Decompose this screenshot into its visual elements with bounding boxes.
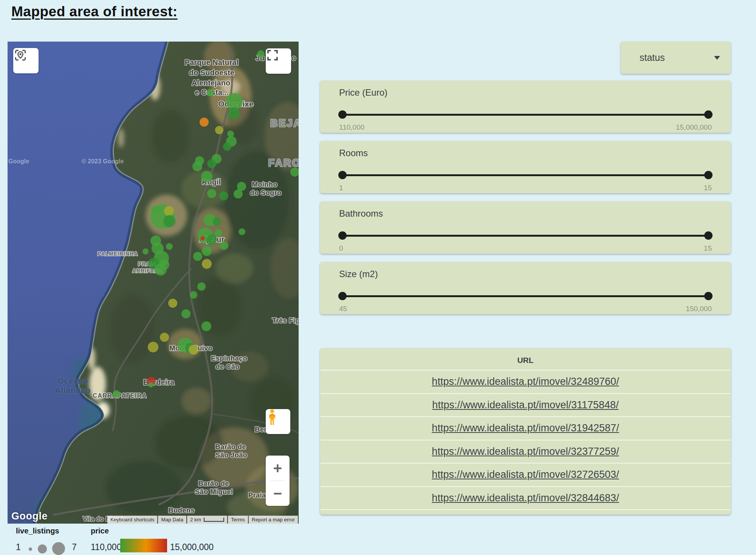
listing-dot[interactable] [207, 159, 216, 168]
listing-dot[interactable] [148, 382, 153, 388]
price-legend-max: 15,000,000 [170, 542, 214, 552]
map-label: Três Figo [272, 316, 299, 324]
slider-handle-min[interactable] [338, 292, 347, 300]
slider-range-labels: 110,000 15,000,000 [339, 123, 712, 132]
slider-handle-max[interactable] [704, 110, 713, 119]
listing-dot[interactable] [201, 171, 212, 182]
listing-dot[interactable] [190, 291, 197, 299]
fullscreen-button[interactable] [266, 48, 291, 74]
listing-link[interactable]: https://www.idealista.pt/imovel/32726503… [432, 469, 619, 481]
listing-dot[interactable] [163, 215, 175, 227]
map-label: São João [215, 451, 247, 459]
map-label: PALMEIRINHA [98, 251, 138, 257]
attribution-item[interactable]: Keyboard shortcuts [107, 516, 157, 524]
listing-dot[interactable] [220, 242, 228, 250]
zoom-out-button[interactable]: − [266, 481, 290, 506]
listing-dot[interactable] [226, 93, 243, 110]
show-location-button[interactable] [13, 48, 39, 73]
slider-max-value: 15 [704, 184, 712, 192]
map-label: Oceano [57, 376, 88, 386]
listing-dot[interactable] [200, 118, 209, 127]
listing-dot[interactable] [168, 299, 177, 308]
listing-dot[interactable] [206, 234, 217, 245]
map-label: Espinhaço [211, 354, 247, 362]
listing-dot[interactable] [192, 161, 202, 171]
attribution-item[interactable]: Terms [228, 516, 248, 524]
listing-dot[interactable] [213, 217, 221, 226]
listing-link[interactable]: https://www.idealista.pt/imovel/32844683… [432, 492, 619, 504]
listing-link[interactable]: https://www.idealista.pt/imovel/32489760… [432, 376, 619, 388]
listing-link[interactable]: https://www.idealista.pt/imovel/32377259… [432, 446, 619, 457]
map-label: Alentejano [192, 79, 230, 87]
slider-label: Rooms [339, 148, 712, 158]
listing-dot[interactable] [219, 191, 228, 200]
pin-in-frame-icon [13, 48, 28, 62]
zoom-in-button[interactable]: + [266, 456, 290, 481]
status-dropdown[interactable]: status [621, 42, 731, 74]
bathrooms-range-slider[interactable] [339, 231, 712, 240]
listing-dot[interactable] [223, 143, 231, 151]
slider-max-value: 150,000 [686, 305, 712, 313]
slider-handle-min[interactable] [338, 110, 347, 119]
listing-dot[interactable] [201, 321, 211, 331]
listing-dot[interactable] [148, 342, 158, 352]
listing-dot[interactable] [234, 189, 243, 198]
listing-dot[interactable] [143, 248, 149, 254]
price-range-slider[interactable] [339, 110, 712, 119]
map-label: © 2023 Google [82, 158, 124, 164]
listing-dot[interactable] [228, 107, 240, 119]
listing-dot[interactable] [239, 228, 245, 235]
listing-dot[interactable] [152, 206, 160, 214]
slider-track [342, 114, 709, 116]
table-row: https://www.idealista.pt/imovel/32489760… [320, 370, 731, 393]
attribution-item[interactable]: Report a map error [249, 516, 298, 524]
size-range-slider[interactable] [339, 292, 712, 300]
price-legend-title: price [91, 527, 109, 535]
slider-handle-max[interactable] [704, 231, 713, 240]
attribution-item[interactable]: 2 km [187, 516, 227, 524]
listing-dot[interactable] [159, 259, 169, 270]
listing-dot[interactable] [160, 333, 169, 342]
fullscreen-corners-icon [266, 48, 279, 62]
listing-dot[interactable] [207, 89, 214, 96]
listing-dot[interactable] [197, 282, 206, 291]
table-row: https://www.idealista.pt/imovel/32377259… [320, 440, 731, 463]
table-row: https://www.idealista.pt/imovel/31942587… [320, 416, 731, 440]
pegman-button[interactable] [266, 409, 290, 434]
size-legend-max: 7 [72, 542, 77, 552]
listing-dot[interactable] [257, 50, 265, 58]
listing-dot[interactable] [181, 309, 191, 318]
slider-handle-min[interactable] [338, 171, 347, 179]
map-label: Budens [168, 506, 195, 514]
listing-dot[interactable] [202, 246, 212, 256]
slider-handle-max[interactable] [704, 171, 713, 179]
google-logo[interactable]: Google [11, 510, 48, 522]
listing-dot[interactable] [202, 259, 212, 269]
slider-min-value: 45 [339, 305, 347, 313]
slider-handle-min[interactable] [338, 231, 347, 240]
slider-label: Price (Euro) [339, 87, 712, 98]
slider-max-value: 15,000,000 [676, 123, 712, 132]
listing-dot[interactable] [215, 126, 223, 134]
listing-dot[interactable] [200, 236, 205, 240]
rooms-range-slider[interactable] [339, 171, 712, 179]
slider-track [342, 174, 709, 176]
price-gradient-bar [120, 539, 167, 552]
satellite-map[interactable]: Parque Naturaldo SudoesteAlentejanoe Cos… [8, 42, 299, 524]
slider-max-value: 15 [704, 244, 712, 253]
listing-link[interactable]: https://www.idealista.pt/imovel/31175848… [432, 399, 618, 411]
listing-dot[interactable] [113, 390, 120, 398]
map-label: FARO [268, 157, 299, 169]
size-legend-dot-large [52, 542, 65, 555]
attribution-item[interactable]: Map Data [158, 516, 186, 524]
slider-handle-max[interactable] [704, 292, 713, 300]
size-legend-dot-small [29, 547, 32, 551]
listing-dot[interactable] [215, 229, 222, 237]
listing-link[interactable]: https://www.idealista.pt/imovel/31942587… [432, 422, 619, 434]
listing-dot[interactable] [207, 189, 216, 198]
url-table-header: URL [320, 348, 731, 370]
listing-dot[interactable] [189, 345, 198, 355]
listing-dot[interactable] [164, 206, 174, 216]
listing-dot[interactable] [193, 252, 202, 261]
listing-dot[interactable] [166, 243, 173, 250]
